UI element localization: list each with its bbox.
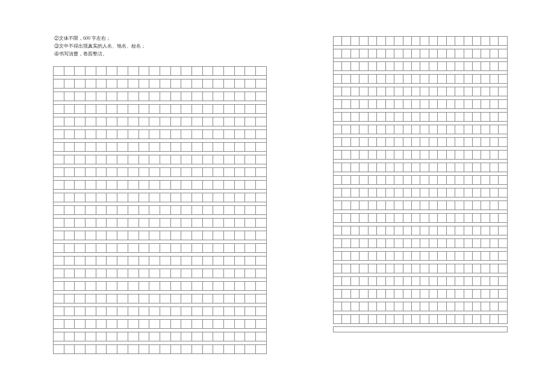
grid-cell bbox=[191, 282, 202, 291]
grid-cell bbox=[438, 62, 446, 71]
grid-cell bbox=[160, 345, 170, 354]
grid-row bbox=[54, 79, 267, 89]
grid-cell bbox=[481, 87, 490, 96]
grid-cell bbox=[385, 62, 394, 71]
grid-cell bbox=[499, 100, 508, 109]
grid-cell bbox=[438, 49, 446, 58]
grid-cell bbox=[481, 277, 490, 286]
grid-cell bbox=[490, 302, 498, 311]
grid-cell bbox=[160, 155, 170, 164]
grid-cell bbox=[160, 307, 170, 316]
answer-sheet-left: ②文体不限，600 字左右； ③文中不得出现真实的人名、地名、校名； ④书写清楚… bbox=[53, 35, 267, 354]
grid-cell bbox=[117, 105, 128, 114]
grid-cell bbox=[245, 168, 256, 177]
grid-cell bbox=[224, 143, 235, 152]
grid-cell bbox=[368, 49, 376, 58]
grid-cell bbox=[191, 181, 202, 190]
grid-cell bbox=[256, 143, 267, 152]
grid-cell bbox=[245, 181, 256, 190]
grid-cell bbox=[245, 219, 256, 228]
grid-row bbox=[334, 151, 508, 160]
grid-cell bbox=[181, 307, 192, 316]
grid-cell bbox=[149, 143, 160, 152]
grid-row bbox=[334, 49, 508, 58]
grid-cell bbox=[368, 252, 376, 261]
grid-cell bbox=[149, 130, 160, 139]
grid-cell bbox=[234, 67, 245, 76]
grid-cell bbox=[117, 67, 128, 76]
grid-cell bbox=[86, 282, 96, 291]
grid-cell bbox=[107, 105, 117, 114]
grid-cell bbox=[181, 244, 192, 253]
grid-cell bbox=[429, 315, 437, 324]
grid-cell bbox=[75, 117, 86, 126]
grid-cell bbox=[149, 193, 160, 202]
grid-cell bbox=[64, 206, 75, 215]
grid-cell bbox=[75, 231, 86, 240]
grid-cell bbox=[202, 320, 213, 329]
grid-cell bbox=[224, 79, 235, 89]
grid-cell bbox=[350, 163, 359, 172]
grid-cell bbox=[359, 214, 368, 223]
grid-cell bbox=[464, 100, 472, 109]
grid-cell bbox=[420, 100, 429, 109]
grid-cell bbox=[368, 37, 376, 46]
grid-cell bbox=[473, 188, 481, 198]
grid-cell bbox=[202, 181, 213, 190]
grid-cell bbox=[490, 277, 498, 286]
grid-cell bbox=[202, 269, 213, 278]
grid-cell bbox=[342, 176, 350, 185]
grid-cell bbox=[138, 307, 149, 316]
grid-cell bbox=[350, 252, 359, 261]
grid-cell bbox=[455, 100, 464, 109]
grid-cell bbox=[350, 49, 359, 58]
grid-cell bbox=[342, 163, 350, 172]
grid-cell bbox=[86, 269, 96, 278]
grid-cell bbox=[359, 163, 368, 172]
grid-cell bbox=[245, 231, 256, 240]
grid-row bbox=[334, 100, 508, 109]
grid-cell bbox=[481, 302, 490, 311]
grid-cell bbox=[86, 105, 96, 114]
grid-cell bbox=[334, 188, 342, 198]
grid-cell bbox=[394, 75, 403, 84]
grid-cell bbox=[403, 302, 411, 311]
grid-cell bbox=[359, 176, 368, 185]
grid-cell bbox=[446, 201, 455, 210]
grid-cell bbox=[464, 290, 472, 299]
grid-cell bbox=[455, 75, 464, 84]
grid-cell bbox=[170, 332, 181, 341]
grid-cell bbox=[446, 151, 455, 160]
grid-cell bbox=[394, 226, 403, 235]
grid-cell bbox=[359, 75, 368, 84]
grid-cell bbox=[181, 168, 192, 177]
grid-cell bbox=[481, 100, 490, 109]
grid-cell bbox=[96, 67, 107, 76]
grid-cell bbox=[394, 239, 403, 248]
grid-cell bbox=[245, 332, 256, 341]
grid-cell bbox=[455, 62, 464, 71]
grid-cell bbox=[464, 264, 472, 273]
grid-cell bbox=[160, 269, 170, 278]
grid-cell bbox=[342, 138, 350, 147]
grid-cell bbox=[499, 226, 508, 235]
grid-cell bbox=[499, 138, 508, 147]
grid-cell bbox=[64, 244, 75, 253]
grid-cell bbox=[499, 264, 508, 273]
grid-cell bbox=[438, 75, 446, 84]
grid-cell bbox=[256, 79, 267, 89]
grid-cell bbox=[128, 257, 138, 266]
grid-cell bbox=[334, 290, 342, 299]
grid-cell bbox=[160, 168, 170, 177]
grid-cell bbox=[107, 320, 117, 329]
grid-cell bbox=[377, 264, 385, 273]
grid-cell bbox=[138, 181, 149, 190]
grid-cell bbox=[446, 49, 455, 58]
grid-cell bbox=[107, 332, 117, 341]
grid-cell bbox=[160, 244, 170, 253]
grid-cell bbox=[490, 163, 498, 172]
grid-cell bbox=[438, 37, 446, 46]
grid-cell bbox=[181, 92, 192, 101]
grid-row bbox=[54, 92, 267, 101]
grid-cell bbox=[420, 290, 429, 299]
